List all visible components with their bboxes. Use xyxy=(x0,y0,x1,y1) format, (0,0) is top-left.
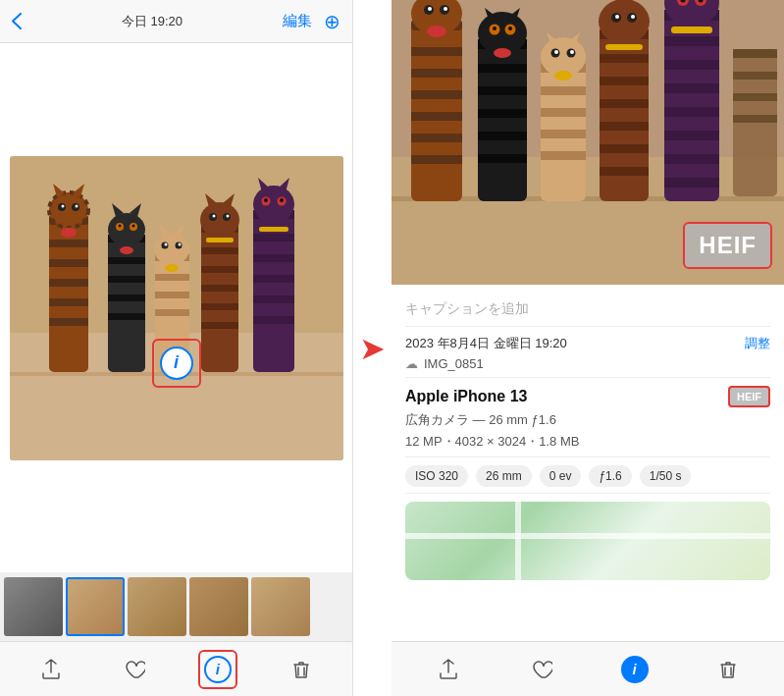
heif-badge-small: HEIF xyxy=(728,386,770,407)
svg-rect-3 xyxy=(49,215,88,372)
heif-badge-large: HEIF xyxy=(683,222,772,269)
svg-rect-145 xyxy=(664,107,719,117)
info-overlay-box: i xyxy=(152,339,201,388)
direction-arrow: ➤ xyxy=(359,333,386,364)
svg-point-137 xyxy=(615,15,619,19)
svg-point-30 xyxy=(118,224,121,227)
svg-rect-101 xyxy=(478,154,527,163)
svg-point-58 xyxy=(212,214,215,217)
svg-rect-100 xyxy=(478,132,527,140)
edit-button[interactable]: 編集 xyxy=(283,12,312,30)
svg-rect-37 xyxy=(155,309,189,316)
svg-rect-147 xyxy=(664,154,719,164)
main-photo: i xyxy=(10,156,343,460)
svg-rect-52 xyxy=(201,322,238,329)
svg-rect-127 xyxy=(600,77,649,85)
svg-rect-160 xyxy=(733,93,777,101)
svg-point-59 xyxy=(226,214,229,217)
svg-rect-139 xyxy=(605,44,643,50)
exif-focal: 26 mm xyxy=(476,465,532,487)
right-panel: HEIF キャプションを追加 2023 年8月4日 金曜日 19:20 調整 ☁… xyxy=(392,0,784,696)
svg-rect-113 xyxy=(541,108,586,117)
svg-rect-51 xyxy=(201,303,238,310)
svg-point-74 xyxy=(280,198,284,202)
cloud-icon: ☁ xyxy=(405,356,418,371)
map-preview[interactable] xyxy=(405,502,770,580)
svg-rect-156 xyxy=(671,27,712,33)
info-button-right[interactable]: i xyxy=(615,650,654,689)
svg-rect-63 xyxy=(253,234,294,241)
svg-point-53 xyxy=(200,202,239,238)
svg-rect-142 xyxy=(664,36,719,46)
svg-rect-85 xyxy=(411,134,462,142)
svg-rect-83 xyxy=(411,90,462,99)
svg-rect-67 xyxy=(253,316,294,324)
photo-date-row: 2023 年8月4日 金曜日 19:20 調整 xyxy=(405,327,770,354)
svg-point-92 xyxy=(428,7,432,11)
exif-shutter: 1/50 s xyxy=(640,465,692,487)
photo-filename: IMG_0851 xyxy=(424,356,484,371)
svg-rect-64 xyxy=(253,254,294,262)
share-button-right[interactable] xyxy=(429,650,468,689)
svg-rect-112 xyxy=(541,86,586,95)
photo-specs: 12 MP・4032 × 3024・1.8 MB xyxy=(405,431,770,457)
svg-rect-115 xyxy=(541,151,586,160)
svg-rect-159 xyxy=(733,72,777,80)
svg-point-31 xyxy=(131,224,134,227)
thumbnail-4[interactable] xyxy=(189,577,248,636)
exif-iso: ISO 320 xyxy=(405,465,468,487)
svg-rect-49 xyxy=(201,266,238,273)
share-button-left[interactable] xyxy=(31,650,71,689)
svg-rect-86 xyxy=(411,155,462,164)
exif-aperture: ƒ1.6 xyxy=(589,465,631,487)
svg-point-25 xyxy=(108,213,145,246)
svg-point-93 xyxy=(444,7,447,11)
heart-button-left[interactable] xyxy=(115,650,154,689)
trash-button-left[interactable] xyxy=(282,650,321,689)
photo-area: i xyxy=(0,43,352,572)
svg-rect-36 xyxy=(155,292,189,298)
svg-rect-65 xyxy=(253,275,294,283)
svg-rect-9 xyxy=(49,318,88,326)
svg-rect-130 xyxy=(600,144,649,153)
svg-rect-48 xyxy=(201,247,238,254)
thumbnail-3[interactable] xyxy=(128,577,186,636)
svg-rect-143 xyxy=(664,60,719,70)
svg-point-43 xyxy=(164,242,167,245)
svg-rect-126 xyxy=(600,54,649,63)
more-button[interactable]: ⊕ xyxy=(324,10,340,33)
svg-point-17 xyxy=(75,204,78,207)
svg-rect-22 xyxy=(108,276,145,283)
left-panel: 今日 19:20 編集 ⊕ xyxy=(0,0,353,696)
adjust-link[interactable]: 調整 xyxy=(745,335,770,352)
svg-point-108 xyxy=(508,27,512,30)
back-button[interactable] xyxy=(12,13,22,29)
trash-button-right[interactable] xyxy=(708,650,748,689)
svg-rect-95 xyxy=(478,39,527,201)
svg-rect-8 xyxy=(49,298,88,306)
svg-rect-66 xyxy=(253,295,294,303)
svg-rect-82 xyxy=(411,69,462,78)
info-button-left[interactable]: i xyxy=(198,650,237,689)
info-icon-large[interactable]: i xyxy=(160,347,193,380)
svg-rect-144 xyxy=(664,83,719,93)
svg-point-138 xyxy=(631,15,635,19)
svg-point-68 xyxy=(253,186,294,223)
svg-point-122 xyxy=(570,50,574,54)
thumbnail-5[interactable] xyxy=(251,577,310,636)
left-bottom-toolbar: i xyxy=(0,641,352,696)
svg-rect-98 xyxy=(478,86,527,95)
heart-button-right[interactable] xyxy=(522,650,561,689)
caption-placeholder[interactable]: キャプションを追加 xyxy=(405,293,770,327)
thumbnail-2[interactable] xyxy=(66,577,125,636)
svg-rect-35 xyxy=(155,274,189,281)
camera-spec: 広角カメラ ― 26 mm ƒ1.6 xyxy=(405,409,770,431)
svg-rect-97 xyxy=(478,64,527,73)
svg-rect-99 xyxy=(478,109,527,118)
thumbnail-1[interactable] xyxy=(4,577,63,636)
svg-rect-50 xyxy=(201,285,238,292)
svg-point-45 xyxy=(165,264,179,272)
exif-ev: 0 ev xyxy=(540,465,582,487)
svg-point-94 xyxy=(427,26,446,37)
svg-rect-161 xyxy=(733,115,777,123)
